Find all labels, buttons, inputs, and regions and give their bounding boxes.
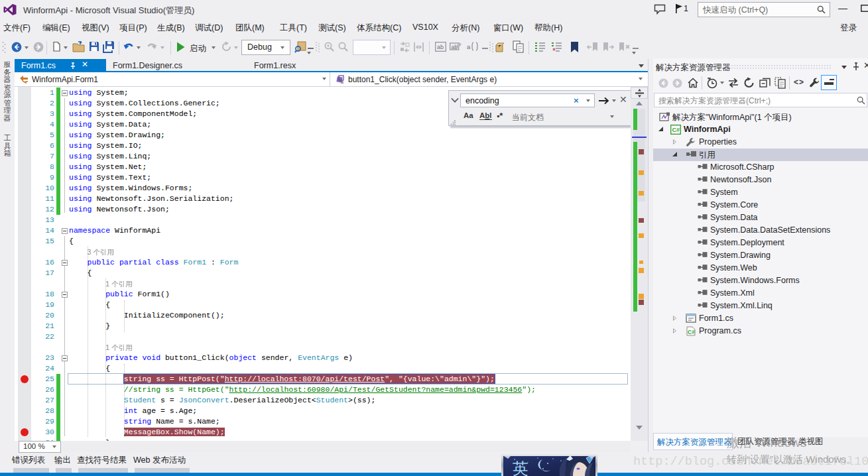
menu-item-1[interactable]: 文件(F) [3, 23, 31, 34]
bottom-tab-2[interactable]: 输出 [54, 455, 71, 466]
code-line-21[interactable]: 21 } [15, 321, 631, 331]
collapsed-arrow-icon[interactable] [673, 328, 676, 333]
nav-type-combo[interactable]: WinformApi.Form1 [32, 75, 98, 84]
tree-item-system-deployment[interactable]: System.Deployment [653, 237, 868, 249]
code-line-30[interactable]: 30 MessageBox.Show(Name); [15, 427, 631, 438]
code-line-11[interactable]: 11using Newtonsoft.Json.Serialization; [15, 194, 631, 204]
menu-item-10[interactable]: 体系结构(C) [357, 23, 401, 34]
tree-item-winformapi[interactable]: C#WinformApi [653, 123, 868, 136]
breakpoint-dot[interactable] [21, 428, 29, 436]
regex-toggle[interactable]: ▪* [497, 111, 503, 121]
minimize-button[interactable]: — [838, 3, 847, 13]
start-dropdown[interactable] [212, 46, 216, 49]
tree-item-system-data-datasetextensions[interactable]: System.Data.DataSetExtensions [653, 224, 868, 237]
whole-word-toggle[interactable]: Abl [479, 111, 492, 120]
restart-dropdown[interactable] [234, 46, 238, 49]
menu-item-5[interactable]: 生成(B) [157, 23, 185, 34]
tree-item--[interactable]: 引用 [653, 149, 868, 161]
solution-configurations-combo[interactable]: Debug [241, 40, 290, 55]
horizontal-scrollbar[interactable] [64, 441, 631, 452]
tree-item-system-data[interactable]: System.Data [653, 211, 868, 224]
close-find-icon[interactable]: ✕ [619, 94, 627, 105]
code-line-16[interactable]: 16 public partial class Form1 : Form [15, 257, 631, 268]
start-debug-icon[interactable] [176, 42, 185, 52]
find-search-input[interactable]: encoding × [460, 93, 595, 107]
navigate-symbols-icon[interactable] [399, 42, 410, 52]
previous-bookmark-icon[interactable] [586, 42, 598, 52]
navigate-forward-icon[interactable] [33, 42, 44, 52]
code-line-13[interactable]: 13 [15, 215, 631, 225]
fold-collapse-box[interactable] [62, 292, 68, 298]
save-icon[interactable] [89, 41, 99, 52]
codelens-references[interactable]: 3 个引用 [88, 248, 114, 257]
zoom-percent-combo[interactable] [353, 40, 391, 55]
start-debug-label[interactable]: 启动 [190, 43, 206, 54]
redo-dropdown[interactable] [160, 46, 164, 49]
open-file-icon[interactable] [72, 41, 86, 53]
code-line-7[interactable]: 7using System.Linq; [15, 151, 631, 162]
quick-launch-input[interactable]: 快速启动 (Ctrl+Q) [698, 2, 830, 17]
fold-collapse-box[interactable] [62, 228, 68, 234]
expanded-arrow-icon[interactable] [658, 127, 663, 131]
close-panel-icon[interactable]: ✕ [863, 60, 868, 70]
maximize-button[interactable] [861, 5, 868, 12]
clear-bookmarks-icon[interactable] [619, 42, 631, 52]
menu-item-8[interactable]: 工具(T) [280, 23, 307, 34]
find-options-dash[interactable] [308, 48, 314, 49]
tree-item-system-xml[interactable]: System.Xml [653, 287, 868, 300]
se-properties-icon[interactable] [809, 77, 820, 88]
code-line-26[interactable]: 26 //string ss = HttpGet("http://localho… [15, 385, 631, 395]
tab-solution-explorer[interactable]: 解决方案资源管理器 [653, 433, 733, 450]
fold-collapse-box[interactable] [62, 90, 68, 96]
find-history-dropdown[interactable] [586, 99, 590, 102]
extract-method-icon[interactable]: a [467, 41, 479, 52]
match-case-toggle[interactable]: Aa [464, 111, 473, 119]
undo-dropdown[interactable] [137, 46, 141, 49]
code-line-14[interactable]: 14namespace WinformApi [15, 225, 631, 236]
new-file-dropdown[interactable] [64, 46, 68, 49]
bookmark-icon[interactable] [570, 41, 579, 53]
se-collapse-all-icon[interactable] [759, 77, 771, 89]
tree-item-form1-cs[interactable]: Form1.cs [653, 312, 868, 325]
comment-lines-icon[interactable] [534, 42, 546, 52]
clear-search-icon[interactable]: × [574, 95, 579, 105]
toolbar-overflow-dropdown[interactable] [632, 52, 636, 54]
split-editor-handle[interactable] [631, 87, 648, 99]
match-brace-icon[interactable] [413, 42, 424, 52]
zoom-out-icon[interactable] [338, 42, 349, 52]
se-search-input[interactable]: 搜索解决方案资源管理器(Ctrl+;) [654, 93, 867, 107]
find-scope-dropdown[interactable] [610, 115, 614, 118]
code-line-10[interactable]: 10using System.Windows.Forms; [15, 183, 631, 194]
menu-item-13[interactable]: 窗口(W) [493, 23, 523, 34]
code-line-8[interactable]: 8using System.Net; [15, 162, 631, 172]
tree-item-system-windows-forms[interactable]: System.Windows.Forms [653, 274, 868, 287]
new-file-icon[interactable] [51, 41, 62, 52]
pin-icon[interactable] [852, 62, 860, 71]
se-preview-selected-button[interactable] [821, 75, 837, 90]
tree-item-system-web[interactable]: System.Web [653, 262, 868, 274]
toolbar-grip-2[interactable] [315, 41, 320, 54]
code-editor[interactable]: 1using System;2using System.Collections.… [15, 87, 631, 441]
nav-type-dropdown[interactable] [322, 78, 326, 80]
se-view-code-icon[interactable]: <> [794, 78, 804, 87]
left-tool-tab-1[interactable]: 服务器资源管理器 [0, 61, 15, 122]
save-all-icon[interactable] [102, 40, 115, 53]
find-next-dropdown[interactable] [612, 99, 616, 102]
next-bookmark-icon[interactable] [603, 42, 615, 52]
code-line-15[interactable]: 15{ [15, 236, 631, 247]
pin-icon[interactable] [69, 62, 76, 70]
scroll-up-arrow[interactable] [636, 101, 643, 105]
close-tab-icon[interactable]: ✕ [82, 60, 88, 69]
code-line-23[interactable]: 23 private void button1_Click(object sen… [15, 353, 631, 363]
tab-form1-cs[interactable]: Form1.cs ✕ [15, 59, 106, 72]
collapsed-arrow-icon[interactable] [673, 139, 676, 145]
code-line-17[interactable]: 17 { [15, 268, 631, 278]
redo-icon[interactable] [146, 41, 158, 53]
code-line-18[interactable]: 18 public Form1() [15, 289, 631, 300]
menu-item-9[interactable]: 测试(S) [318, 23, 346, 34]
menu-item-7[interactable]: 团队(M) [235, 23, 265, 34]
game-ad-popup[interactable]: 英 [501, 454, 597, 476]
nav-member-combo[interactable]: button1_Click(object sender, EventArgs e… [348, 75, 497, 84]
toolbar-overflow-dash[interactable] [633, 48, 639, 49]
find-dropdown[interactable] [307, 52, 311, 54]
